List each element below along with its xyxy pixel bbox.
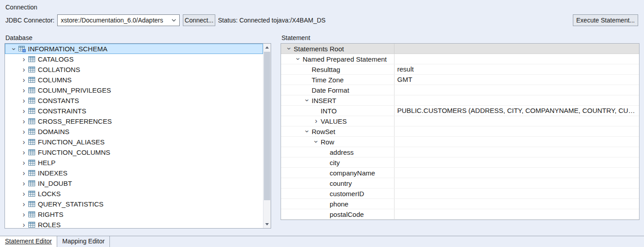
statement-row-label: Statements Root bbox=[294, 45, 344, 53]
statement-row-label: country bbox=[330, 180, 352, 187]
tree-expander-collapsed-icon[interactable]: › bbox=[20, 56, 27, 63]
tree-item-domains[interactable]: ›DOMAINS bbox=[5, 126, 263, 137]
statement-row-value[interactable] bbox=[395, 126, 639, 136]
scroll-up-icon[interactable] bbox=[263, 44, 271, 51]
statement-row-value[interactable] bbox=[395, 178, 639, 188]
scroll-down-icon[interactable] bbox=[263, 220, 271, 228]
tree-item-query-statistics[interactable]: ›QUERY_STATISTICS bbox=[5, 199, 263, 209]
statement-row-value[interactable] bbox=[395, 44, 639, 54]
tree-item-function-aliases[interactable]: ›FUNCTION_ALIASES bbox=[5, 137, 263, 147]
tree-expander-expanded-icon[interactable]: › bbox=[313, 138, 319, 145]
statement-row-value[interactable] bbox=[395, 54, 639, 64]
tree-expander-collapsed-icon[interactable]: › bbox=[20, 77, 27, 83]
tree-expander-expanded-icon[interactable]: › bbox=[11, 45, 17, 53]
tab-statement-editor[interactable]: Statement Editor bbox=[0, 236, 57, 247]
statement-row-value[interactable] bbox=[395, 85, 639, 95]
statement-row-value[interactable]: GMT bbox=[395, 75, 639, 85]
table-icon bbox=[28, 160, 36, 166]
statement-row-phone[interactable]: ›phone bbox=[281, 199, 639, 209]
tree-item-constraints[interactable]: ›CONSTRAINTS bbox=[5, 106, 263, 116]
tree-expander-collapsed-icon[interactable]: › bbox=[20, 149, 27, 156]
statement-row-label: Date Format bbox=[312, 86, 349, 94]
statement-row-value[interactable] bbox=[395, 116, 639, 126]
statement-row-country[interactable]: ›country bbox=[281, 178, 639, 189]
tree-item-constants[interactable]: ›CONSTANTS bbox=[5, 95, 263, 106]
scrollbar-thumb[interactable] bbox=[264, 52, 270, 200]
statement-row-value[interactable] bbox=[395, 209, 639, 219]
statement-row-named-prepared-statement[interactable]: ›Named Prepared Statement bbox=[281, 54, 639, 64]
table-icon bbox=[28, 56, 36, 63]
tree-expander-collapsed-icon[interactable]: › bbox=[20, 211, 27, 218]
tree-expander-expanded-icon[interactable]: › bbox=[304, 97, 310, 104]
tree-expander-collapsed-icon[interactable]: › bbox=[20, 201, 27, 207]
tree-item-help[interactable]: ›HELP bbox=[5, 157, 263, 168]
tree-item-label: HELP bbox=[38, 159, 55, 166]
tree-item-label: CATALOGS bbox=[38, 55, 73, 63]
tree-item-columns[interactable]: ›COLUMNS bbox=[5, 75, 263, 85]
statement-row-value[interactable] bbox=[395, 137, 639, 147]
statement-row-resulttag[interactable]: ›Resulttagresult bbox=[281, 64, 639, 75]
statement-row-values[interactable]: ›VALUES bbox=[281, 116, 639, 126]
tree-expander-collapsed-icon[interactable]: › bbox=[20, 180, 27, 187]
statement-row-value[interactable] bbox=[395, 168, 639, 178]
tree-expander-collapsed-icon[interactable]: › bbox=[20, 98, 27, 104]
tree-item-collations[interactable]: ›COLLATIONS bbox=[5, 64, 263, 75]
tree-expander-expanded-icon[interactable]: › bbox=[304, 128, 310, 135]
statement-row-value[interactable] bbox=[395, 199, 639, 209]
tree-item-locks[interactable]: ›LOCKS bbox=[5, 189, 263, 199]
statement-row-date-format[interactable]: ›Date Format bbox=[281, 85, 639, 95]
statement-row-label-cell: ›companyName bbox=[281, 168, 395, 178]
statement-row-insert[interactable]: ›INSERT bbox=[281, 95, 639, 106]
statement-row-value[interactable]: PUBLIC.CUSTOMERS (ADDRESS, CITY, COMPANY… bbox=[395, 106, 639, 116]
tree-item-rights[interactable]: ›RIGHTS bbox=[5, 209, 263, 220]
tree-expander-collapsed-icon[interactable]: › bbox=[20, 139, 27, 145]
statement-row-row[interactable]: ›Row bbox=[281, 137, 639, 147]
tree-expander-collapsed-icon[interactable]: › bbox=[20, 118, 27, 125]
statement-section-label: Statement bbox=[281, 34, 310, 41]
tree-expander-collapsed-icon[interactable]: › bbox=[20, 87, 27, 94]
statement-row-customerid[interactable]: ›customerID bbox=[281, 189, 639, 199]
tree-expander-collapsed-icon[interactable]: › bbox=[20, 170, 27, 176]
database-scrollbar[interactable] bbox=[263, 44, 271, 228]
connection-status-text: Status: Connected tojava:/X4BAM_DS bbox=[218, 14, 326, 26]
tree-expander-collapsed-icon[interactable]: › bbox=[20, 191, 27, 197]
execute-statement-button[interactable]: Execute Statement... bbox=[573, 14, 638, 26]
tree-item-roles[interactable]: ›ROLES bbox=[5, 220, 263, 228]
tree-item-column-privileges[interactable]: ›COLUMN_PRIVILEGES bbox=[5, 85, 263, 95]
tree-item-information-schema[interactable]: ›INFORMATION_SCHEMA bbox=[5, 44, 263, 54]
statement-row-postalcode[interactable]: ›postalCode bbox=[281, 209, 639, 220]
tree-item-label: LOCKS bbox=[38, 190, 61, 198]
tree-expander-expanded-icon[interactable]: › bbox=[286, 45, 292, 52]
tree-item-function-columns[interactable]: ›FUNCTION_COLUMNS bbox=[5, 147, 263, 157]
tree-expander-collapsed-icon[interactable]: › bbox=[20, 160, 27, 166]
tree-item-catalogs[interactable]: ›CATALOGS bbox=[5, 54, 263, 64]
tree-item-in-doubt[interactable]: ›IN_DOUBT bbox=[5, 178, 263, 189]
statement-row-statements-root[interactable]: ›Statements Root bbox=[281, 44, 639, 54]
statement-row-into[interactable]: ›INTOPUBLIC.CUSTOMERS (ADDRESS, CITY, CO… bbox=[281, 106, 639, 116]
statement-row-rowset[interactable]: ›RowSet bbox=[281, 126, 639, 137]
tree-expander-expanded-icon[interactable]: › bbox=[295, 55, 301, 63]
tree-item-indexes[interactable]: ›INDEXES bbox=[5, 168, 263, 178]
tree-expander-collapsed-icon[interactable]: › bbox=[20, 129, 27, 135]
statement-row-label-cell: ›country bbox=[281, 178, 395, 188]
tree-expander-collapsed-icon[interactable]: › bbox=[20, 108, 27, 114]
tree-item-label: COLUMN_PRIVILEGES bbox=[38, 86, 111, 94]
tree-expander-collapsed-icon[interactable]: › bbox=[20, 67, 27, 73]
statement-row-time-zone[interactable]: ›Time ZoneGMT bbox=[281, 75, 639, 85]
tab-mapping-editor[interactable]: Mapping Editor bbox=[57, 236, 110, 247]
tree-item-label: RIGHTS bbox=[38, 211, 63, 218]
statement-row-address[interactable]: ›address bbox=[281, 147, 639, 157]
statement-row-city[interactable]: ›city bbox=[281, 157, 639, 168]
tree-expander-collapsed-icon[interactable]: › bbox=[313, 118, 320, 124]
tree-expander-collapsed-icon[interactable]: › bbox=[20, 222, 27, 228]
statement-row-value[interactable] bbox=[395, 157, 639, 167]
jdbc-connector-select[interactable]: xstore:/Documentation_6.0/Adapters bbox=[57, 14, 180, 26]
tree-item-cross-references[interactable]: ›CROSS_REFERENCES bbox=[5, 116, 263, 126]
jdbc-connector-value: xstore:/Documentation_6.0/Adapters bbox=[61, 17, 170, 24]
statement-row-value[interactable] bbox=[395, 95, 639, 105]
statement-row-value[interactable] bbox=[395, 189, 639, 198]
connect-button[interactable]: Connect... bbox=[183, 14, 215, 26]
statement-row-companyname[interactable]: ›companyName bbox=[281, 168, 639, 178]
statement-row-value[interactable]: result bbox=[395, 64, 639, 74]
statement-row-value[interactable] bbox=[395, 147, 639, 157]
